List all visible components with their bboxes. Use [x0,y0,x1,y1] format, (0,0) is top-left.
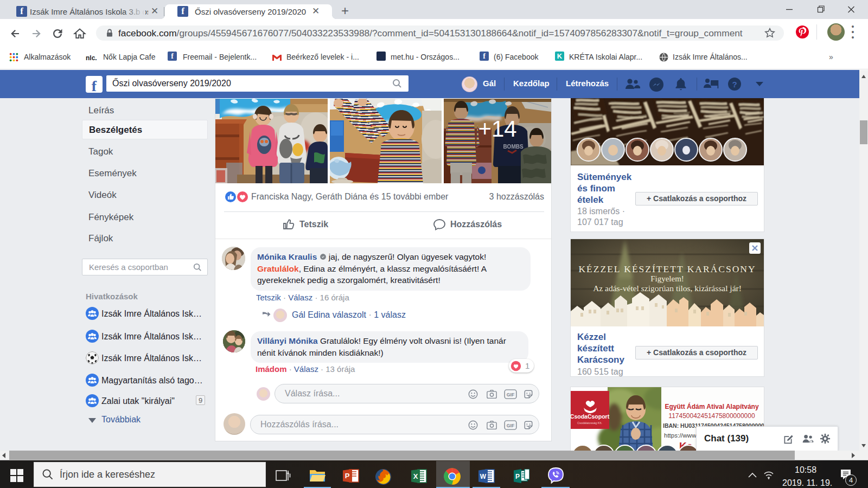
svg-text:Csodálatosság Kft.: Csodálatosság Kft. [577,421,603,425]
svg-text:P: P [515,473,520,480]
svg-text:https://www.: https://www. [664,432,698,439]
svg-text:KÉZZEL KÉSZÍTETT KARÁCSONY: KÉZZEL KÉSZÍTETT KARÁCSONY [578,264,756,274]
svg-text:Figyelem!: Figyelem! [650,274,684,283]
svg-text:GIF: GIF [507,392,514,397]
svg-text:117450042451475800000000: 117450042451475800000000 [668,412,755,420]
svg-text:CsodaCsoport: CsodaCsoport [571,413,610,420]
svg-text:Együtt Ádám Atival Alapítvány: Együtt Ádám Atival Alapítvány [665,402,758,410]
svg-text:W: W [480,473,487,480]
svg-text:?: ? [732,80,737,89]
svg-text:P: P [345,472,350,480]
svg-text:Az adás-vétel szigorúan tilos,: Az adás-vétel szigorúan tilos, kizárássa… [593,284,742,293]
svg-text:X: X [413,472,418,480]
svg-text:GIF: GIF [507,423,514,428]
